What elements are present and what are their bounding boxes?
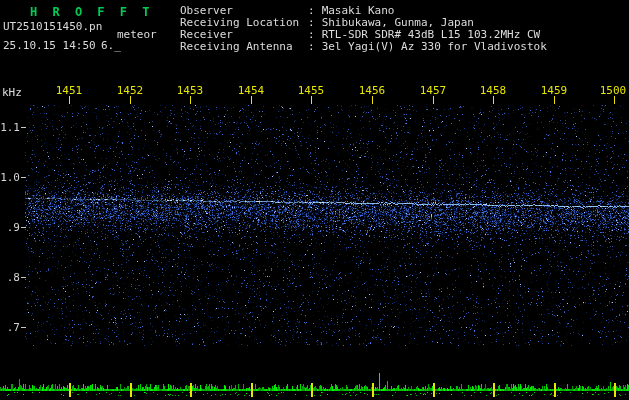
time-tick-label: 1456 xyxy=(356,84,388,97)
app-title: H R O F F T xyxy=(30,5,153,19)
freq-tick-label: .9 xyxy=(0,221,20,234)
time-tick-label: 1452 xyxy=(114,84,146,97)
station-name: meteor xyxy=(117,29,157,41)
start-datetime: 25.10.15 14:50 xyxy=(3,40,96,52)
freq-tick-label: 1.0 xyxy=(0,171,20,184)
output-filename: UT2510151450.pn xyxy=(3,21,102,33)
echo-counter: 6._ xyxy=(101,40,121,52)
time-tick-label: 1459 xyxy=(538,84,570,97)
info-row-antenna: Receiving Antenna:3el Yagi(V) Az 330 for… xyxy=(180,41,547,53)
time-tick-label: 1453 xyxy=(174,84,206,97)
time-tick-label: 1457 xyxy=(417,84,449,97)
time-tick-label: 1455 xyxy=(295,84,327,97)
info-panel: Observer:Masaki Kano Receiving Location:… xyxy=(180,5,547,53)
info-value: 3el Yagi(V) Az 330 for Vladivostok xyxy=(322,41,547,53)
time-tick-label: 1458 xyxy=(477,84,509,97)
freq-tick-label: .7 xyxy=(0,321,20,334)
y-axis-unit: kHz xyxy=(2,87,22,99)
freq-tick-label: .8 xyxy=(0,271,20,284)
info-colon: : xyxy=(308,41,315,53)
freq-tick-label: 1.1 xyxy=(0,121,20,134)
spectrogram-canvas xyxy=(0,0,629,400)
time-tick-label: 1451 xyxy=(53,84,85,97)
time-tick-label: 1500 xyxy=(597,84,629,97)
info-label: Receiving Antenna xyxy=(180,41,308,53)
time-tick-label: 1454 xyxy=(235,84,267,97)
hrofft-window: H R O F F T UT2510151450.pn meteor 25.10… xyxy=(0,0,629,400)
